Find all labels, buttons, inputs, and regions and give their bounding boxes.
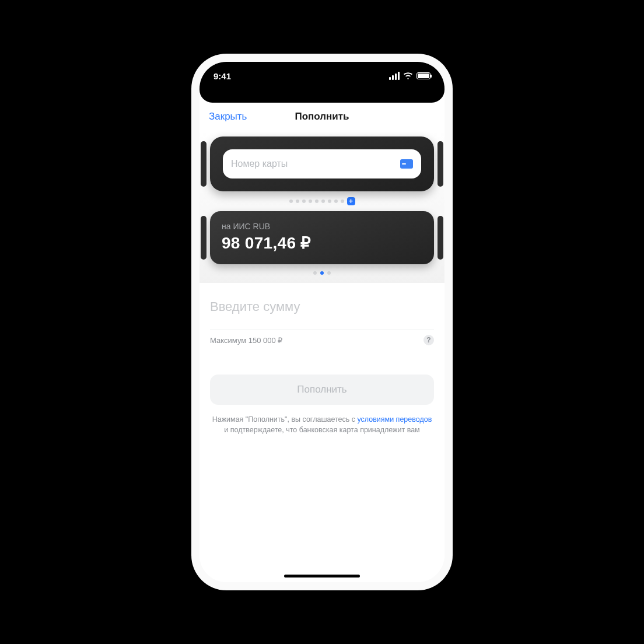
page-title: Пополнить [295, 111, 349, 123]
status-time: 9:41 [214, 71, 231, 81]
source-card: Номер карты [210, 136, 434, 191]
home-indicator[interactable] [284, 575, 360, 578]
status-indicators [389, 72, 430, 80]
close-button[interactable]: Закрыть [209, 111, 247, 123]
legal-post: и подтверждаете, что банковская карта пр… [224, 426, 419, 434]
pager-dot[interactable] [315, 200, 318, 203]
source-next-peek[interactable] [438, 141, 443, 187]
card-carousels: Номер карты + [200, 131, 444, 283]
nav-bar: Закрыть Пополнить [200, 103, 444, 131]
battery-icon [416, 72, 430, 79]
help-icon[interactable]: ? [424, 335, 434, 345]
source-card-wrap[interactable]: Номер карты [200, 136, 444, 191]
source-prev-peek[interactable] [201, 141, 206, 187]
notch [264, 62, 380, 79]
dest-prev-peek[interactable] [201, 216, 206, 260]
legal-link[interactable]: условиями переводов [357, 415, 432, 424]
pager-dot[interactable] [334, 200, 338, 203]
pager-dot[interactable] [327, 271, 331, 275]
destination-pager [200, 271, 444, 275]
card-number-placeholder: Номер карты [231, 159, 288, 169]
submit-button[interactable]: Пополнить [210, 374, 434, 405]
pager-dot[interactable] [328, 200, 331, 203]
phone-frame: 9:41 Закрыть Пополнить Номер карты [191, 54, 453, 590]
amount-form: Введите сумму Максимум 150 000 ₽ ? Попол… [200, 283, 444, 435]
source-pager: + [200, 197, 444, 205]
pager-dot[interactable] [289, 200, 293, 203]
scan-card-icon[interactable] [400, 159, 413, 169]
add-card-icon[interactable]: + [347, 197, 355, 205]
pager-dot[interactable] [309, 200, 312, 203]
status-bar: 9:41 [200, 62, 444, 90]
pager-dot[interactable] [341, 200, 344, 203]
dest-next-peek[interactable] [438, 216, 443, 260]
pager-dot[interactable] [296, 200, 299, 203]
pager-dot[interactable] [302, 200, 306, 203]
screen: 9:41 Закрыть Пополнить Номер карты [200, 62, 444, 582]
pager-dot[interactable] [313, 271, 317, 275]
max-amount-hint: Максимум 150 000 ₽ [210, 336, 282, 345]
destination-card-wrap[interactable]: на ИИС RUB 98 071,46 ₽ [200, 211, 444, 264]
max-row: Максимум 150 000 ₽ ? [210, 330, 434, 345]
pager-dot-active[interactable] [320, 271, 324, 275]
legal-pre: Нажимая "Пополнить", вы соглашаетесь с [212, 415, 358, 424]
account-label: на ИИС RUB [222, 222, 422, 231]
destination-card: на ИИС RUB 98 071,46 ₽ [210, 211, 434, 264]
legal-text: Нажимая "Пополнить", вы соглашаетесь с у… [210, 414, 434, 435]
account-balance: 98 071,46 ₽ [222, 233, 422, 253]
cellular-icon [389, 72, 400, 80]
amount-input[interactable]: Введите сумму [210, 299, 434, 314]
wifi-icon [403, 72, 413, 80]
card-number-input[interactable]: Номер карты [223, 149, 421, 178]
pager-dot[interactable] [321, 200, 325, 203]
status-bar-curve [200, 90, 444, 103]
